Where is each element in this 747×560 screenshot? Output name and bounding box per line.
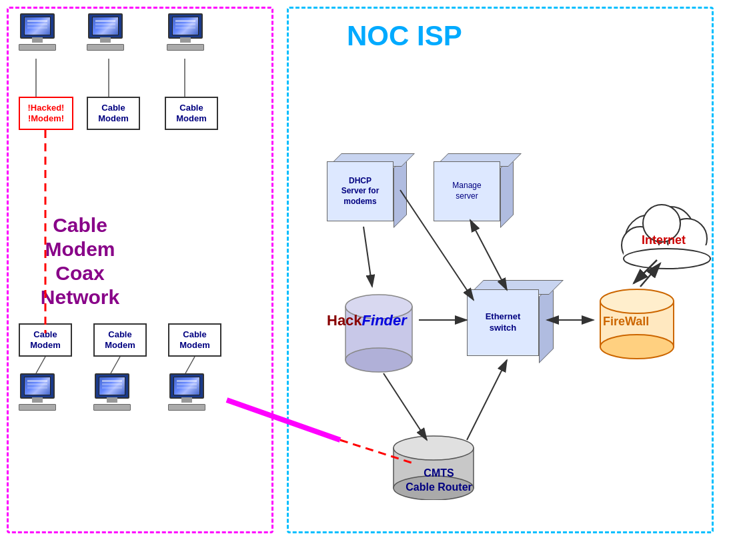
- hackfinder-label: HackFinder: [327, 312, 407, 329]
- ethernet-switch-label: Ethernetswitch: [486, 311, 521, 334]
- screen-5: [99, 377, 125, 395]
- computer-4: [19, 373, 56, 411]
- cmts-label: CMTSCable Router: [399, 467, 479, 495]
- screen-1: [24, 17, 51, 35]
- firewall-label: FireWall: [603, 315, 649, 329]
- computer-2: [87, 13, 124, 51]
- screen-6: [173, 377, 200, 395]
- manage-server: Manageserver: [434, 153, 507, 213]
- computer-3: [167, 13, 204, 51]
- keyboard-1: [19, 44, 56, 51]
- internet-cloud: [614, 187, 720, 276]
- keyboard-3: [167, 44, 204, 51]
- monitor-2: [88, 13, 123, 39]
- monitor-4: [20, 373, 55, 399]
- screen-2: [92, 17, 119, 35]
- computer-6: [168, 373, 205, 411]
- dhcp-label: DHCPServer formodems: [341, 176, 380, 207]
- computer-1: [19, 13, 56, 51]
- dhcp-server: DHCPServer formodems: [327, 153, 400, 213]
- keyboard-5: [93, 404, 131, 411]
- svg-point-1: [345, 348, 412, 372]
- monitor-5: [95, 373, 129, 399]
- svg-point-15: [600, 289, 674, 313]
- cable-network-title: Cable ModemCoax Network: [20, 213, 140, 309]
- monitor-3: [168, 13, 203, 39]
- keyboard-6: [168, 404, 205, 411]
- screen-3: [172, 17, 199, 35]
- manage-label: Manageserver: [452, 181, 481, 201]
- cable-modem-3: CableModem: [19, 323, 72, 357]
- cable-modem-4: CableModem: [93, 323, 147, 357]
- hackfinder-underline: [327, 331, 440, 333]
- svg-point-12: [624, 249, 710, 269]
- computer-5: [93, 373, 131, 411]
- monitor-6: [169, 373, 204, 399]
- ethernet-switch: Ethernetswitch: [467, 280, 547, 347]
- cable-modem-1: CableModem: [87, 97, 140, 130]
- noc-title: NOC ISP: [347, 20, 462, 52]
- keyboard-2: [87, 44, 124, 51]
- svg-point-5: [394, 436, 474, 460]
- monitor-1: [20, 13, 55, 39]
- screen-4: [24, 377, 51, 395]
- keyboard-4: [19, 404, 56, 411]
- cable-modem-5: CableModem: [168, 323, 221, 357]
- svg-point-14: [600, 335, 674, 359]
- cable-modem-2: CableModem: [165, 97, 218, 130]
- hacked-modem: !Hacked!!Modem!: [19, 97, 73, 130]
- internet-label: Internet: [627, 233, 700, 247]
